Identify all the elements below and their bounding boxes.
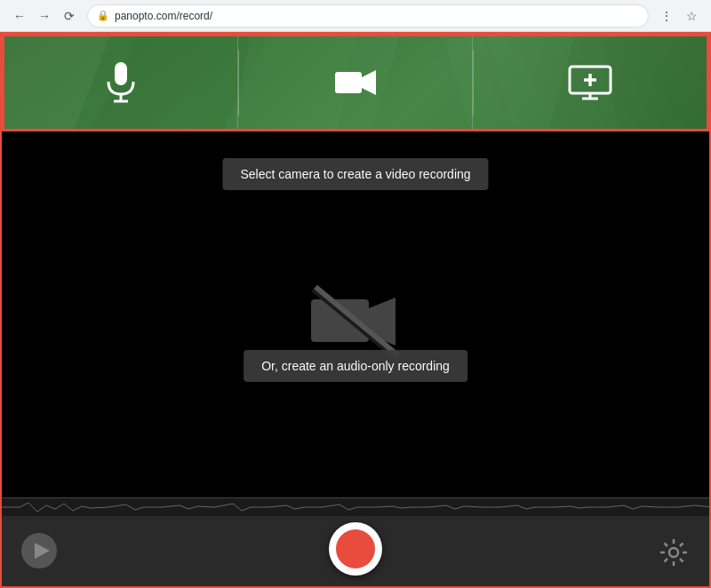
refresh-button[interactable]: ⟳ <box>59 5 80 27</box>
tab-audio[interactable] <box>4 36 238 129</box>
audio-only-tooltip: Or, create an audio-only recording <box>244 350 467 382</box>
camera-area: Select camera to create a video recordin… <box>2 131 709 497</box>
nav-buttons: ← → ⟳ <box>9 5 80 27</box>
screen-plus-icon <box>568 65 612 100</box>
panopto-logo-svg <box>20 531 59 570</box>
select-camera-tooltip: Select camera to create a video recordin… <box>222 158 488 190</box>
panopto-logo <box>20 531 59 570</box>
browser-menu-button[interactable]: ⋮ <box>656 5 677 27</box>
browser-chrome: ← → ⟳ 🔒 panopto.com/record/ ⋮ ☆ <box>0 0 711 32</box>
camera-icon <box>333 65 378 100</box>
record-button[interactable] <box>329 522 382 576</box>
svg-line-28 <box>680 559 683 562</box>
tab-bar <box>2 34 709 131</box>
lock-icon: 🔒 <box>97 10 109 21</box>
svg-line-30 <box>665 559 668 562</box>
svg-line-29 <box>680 544 683 547</box>
gear-icon <box>659 537 689 568</box>
url-text: panopto.com/record/ <box>115 10 212 22</box>
forward-button[interactable]: → <box>34 5 55 27</box>
bottom-bar <box>2 497 709 586</box>
waveform-svg <box>2 498 709 516</box>
app-container: Select camera to create a video recordin… <box>0 32 711 588</box>
record-inner-circle <box>336 529 375 568</box>
tab-video[interactable] <box>239 36 473 129</box>
svg-line-27 <box>665 544 668 547</box>
waveform-area <box>2 498 709 516</box>
back-button[interactable]: ← <box>9 5 30 27</box>
microphone-icon <box>103 60 139 105</box>
browser-actions: ⋮ ☆ <box>656 5 702 27</box>
address-bar[interactable]: 🔒 panopto.com/record/ <box>87 4 649 28</box>
browser-star-button[interactable]: ☆ <box>681 5 702 27</box>
svg-point-22 <box>669 548 678 557</box>
svg-rect-6 <box>115 62 127 85</box>
settings-button[interactable] <box>656 535 691 570</box>
tab-screen[interactable] <box>474 36 707 129</box>
svg-rect-9 <box>335 72 362 93</box>
svg-marker-10 <box>362 70 376 95</box>
